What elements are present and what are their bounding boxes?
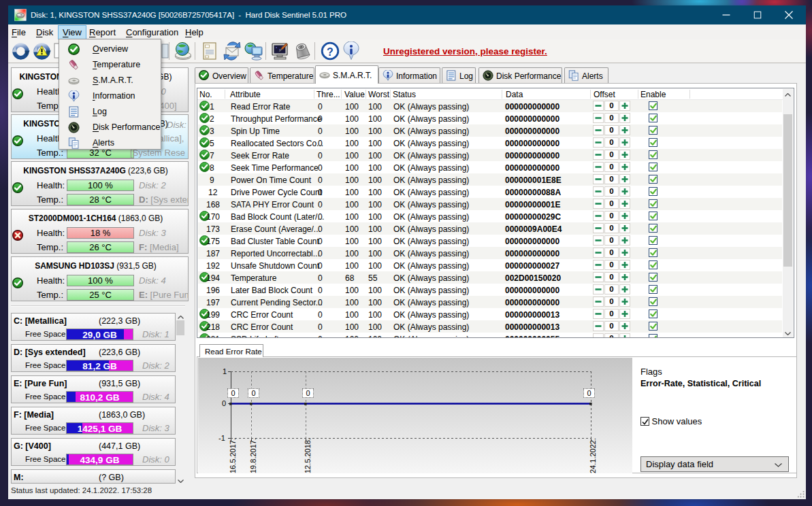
svg-text:?: ? (327, 46, 334, 58)
